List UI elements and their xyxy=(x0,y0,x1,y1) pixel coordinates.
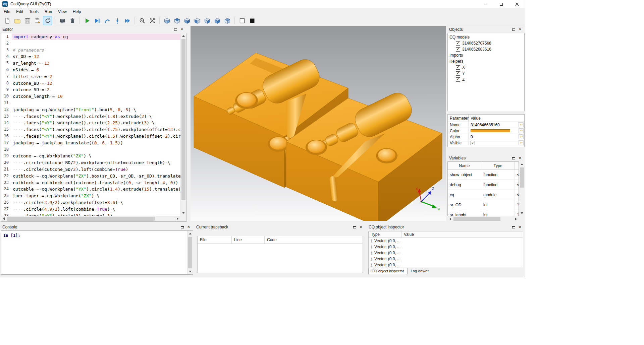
editor-line[interactable]: 16····.faces("<Y").workplane().circle(1.… xyxy=(1,133,180,140)
editor-line[interactable]: 12jackplug·=·cq.Workplane("front").box(5… xyxy=(1,107,180,113)
minimize-button[interactable] xyxy=(478,0,493,8)
revert-button[interactable]: ↶ xyxy=(519,128,524,133)
editor-line[interactable]: 15····.faces("<Y").workplane().circle(1.… xyxy=(1,126,180,133)
variables-vertical-scrollbar[interactable] xyxy=(519,161,525,216)
checkbox[interactable]: ✓ xyxy=(456,65,460,70)
menu-view[interactable]: View xyxy=(55,8,70,15)
property-row[interactable]: Alpha0↶ xyxy=(448,134,524,140)
color-swatch[interactable] xyxy=(471,129,510,132)
scrollbar-thumb[interactable] xyxy=(188,237,192,268)
editor-line[interactable]: 7fillet_size·=·2 xyxy=(1,73,180,80)
menu-tools[interactable]: Tools xyxy=(26,8,42,15)
inspector-row[interactable]: ❯Vector: (0.0, ... xyxy=(369,238,523,244)
editor-vertical-scrollbar[interactable] xyxy=(180,33,186,216)
console-input-area[interactable]: In [1]: xyxy=(1,230,193,275)
inspector-float-button[interactable] xyxy=(511,225,517,230)
inspector-row[interactable]: ❯Vector: (0.0, ... xyxy=(369,262,523,268)
inspector-row[interactable]: ❯Vector: (0.0, ... xyxy=(369,250,523,256)
editor-horizontal-scrollbar[interactable] xyxy=(1,216,180,221)
property-row[interactable]: Visible✓↶ xyxy=(448,140,524,146)
editor-line[interactable]: 22cutblock·=·cq.Workplane("ZX").box(sr_O… xyxy=(1,173,180,180)
console-float-button[interactable] xyxy=(179,225,185,230)
close-button[interactable] xyxy=(509,0,525,8)
view-right-icon[interactable] xyxy=(203,16,212,25)
inspector-row[interactable]: ❯Vector: (0.0, ... xyxy=(369,256,523,262)
objects-tree[interactable]: CQ models✓3140652707568✓3140652683616Imp… xyxy=(447,33,525,111)
expand-chevron-icon[interactable]: ❯ xyxy=(370,245,374,249)
checkbox[interactable]: ✓ xyxy=(471,141,475,145)
expand-chevron-icon[interactable]: ❯ xyxy=(370,263,374,267)
variables-float-button[interactable] xyxy=(511,156,517,161)
autoreload-toggle-icon[interactable] xyxy=(43,16,52,25)
editor-line[interactable]: 19cutcone·=·cq.Workplane("ZX")·\ xyxy=(1,153,180,159)
viewport-panel[interactable]: X Z Y xyxy=(191,26,446,221)
tree-group-cq-models[interactable]: CQ models xyxy=(448,34,524,40)
variable-row[interactable]: cqmodule<m xyxy=(448,190,519,200)
clear-model-icon[interactable] xyxy=(68,16,77,25)
console-close-button[interactable]: ✕ xyxy=(186,225,192,230)
fit-view-icon[interactable] xyxy=(148,16,157,25)
traceback-float-button[interactable] xyxy=(352,225,358,230)
tree-item[interactable]: ✓3140652707568 xyxy=(448,40,524,46)
editor-line[interactable]: 24cutcable·=·cq.Workplane("YX").circle(1… xyxy=(1,186,180,193)
variables-close-button[interactable]: ✕ xyxy=(517,156,523,161)
editor-line[interactable]: 17jackplug·=·jackplug.translate((0,·6,·1… xyxy=(1,140,180,146)
traceback-table[interactable]: FileLineCode xyxy=(197,236,363,273)
grab-view-icon[interactable] xyxy=(58,16,67,25)
variable-row[interactable]: sr_ODint12 xyxy=(448,200,519,210)
editor-line[interactable]: 27····.circle(4.9/2).loft(combine=True)·… xyxy=(1,206,180,213)
scrollbar-thumb[interactable] xyxy=(7,217,155,221)
tab-cq-object-inspector[interactable]: CQ object inspector xyxy=(368,268,408,274)
editor-line[interactable]: 6nSides·=·6 xyxy=(1,67,180,73)
checkbox[interactable]: ✓ xyxy=(456,71,460,76)
revert-button[interactable]: ↶ xyxy=(519,140,524,145)
editor-line[interactable]: 14····.faces("<Y").workplane().circle(2.… xyxy=(1,120,180,126)
inspector-row[interactable]: ❯Vector: (0.0, ... xyxy=(369,244,523,250)
menu-help[interactable]: Help xyxy=(70,8,84,15)
console-vertical-scrollbar[interactable] xyxy=(187,231,193,274)
editor-line[interactable]: 11 xyxy=(1,100,180,107)
expand-chevron-icon[interactable]: ❯ xyxy=(370,251,374,255)
objects-float-button[interactable] xyxy=(511,27,517,32)
editor-line[interactable]: 26····.circle(3.9/2).workplane(offset=8.… xyxy=(1,199,180,206)
menu-edit[interactable]: Edit xyxy=(13,8,26,15)
tree-item[interactable]: ✓Z xyxy=(448,76,524,82)
editor-line[interactable]: 5sr_lenght·=·13 xyxy=(1,60,180,67)
editor-float-button[interactable] xyxy=(173,27,178,32)
variables-horizontal-scrollbar[interactable] xyxy=(447,216,519,222)
view-top-icon[interactable] xyxy=(172,16,181,25)
property-row[interactable]: Color↶ xyxy=(448,128,524,134)
revert-button[interactable]: ↶ xyxy=(519,134,524,139)
zoom-icon[interactable] xyxy=(138,16,147,25)
maximize-button[interactable] xyxy=(493,0,509,8)
editor-line[interactable]: 4sr_OD·=·12 xyxy=(1,53,180,60)
variable-row[interactable]: sr_lenghtint13 xyxy=(448,210,519,216)
scrollbar-thumb[interactable] xyxy=(520,167,524,188)
variables-table[interactable]: NameTypeValue show_objectfunction<fdebug… xyxy=(447,161,519,216)
menu-file[interactable]: File xyxy=(1,8,13,15)
scrollbar-thumb[interactable] xyxy=(181,39,185,200)
inspector-table[interactable]: Type Value ❯Vector: (0.0, ...❯Vector: (0… xyxy=(368,231,523,268)
objects-close-button[interactable]: ✕ xyxy=(517,27,523,32)
editor-close-button[interactable]: ✕ xyxy=(179,27,185,32)
render-run-icon[interactable] xyxy=(83,16,92,25)
inspector-close-button[interactable]: ✕ xyxy=(517,225,523,230)
tree-group-helpers[interactable]: Helpers xyxy=(448,58,524,64)
checkbox[interactable]: ✓ xyxy=(456,47,460,52)
editor-line[interactable]: 8cutcone_BD·=·12 xyxy=(1,80,180,87)
expand-chevron-icon[interactable]: ❯ xyxy=(370,257,374,261)
editor-line[interactable]: 21····.circle(cutcone_SD/2).loft(combine… xyxy=(1,166,180,173)
view-front-icon[interactable] xyxy=(213,16,222,25)
tree-item[interactable]: ✓3140652683616 xyxy=(448,46,524,52)
editor-line[interactable]: 20····.circle(cutcone_BD/2).workplane(of… xyxy=(1,159,180,166)
viewport-3d[interactable]: X Z Y xyxy=(191,26,446,221)
scrollbar-thumb[interactable] xyxy=(453,217,500,221)
step-over-icon[interactable] xyxy=(103,16,112,25)
editor-line[interactable]: 1import·cadquery·as·cq xyxy=(1,33,180,40)
tab-log-viewer[interactable]: Log viewer xyxy=(408,268,432,274)
editor-line[interactable]: 2 xyxy=(1,40,180,47)
save-icon[interactable] xyxy=(23,16,32,25)
editor-line[interactable]: 3# parameters xyxy=(1,47,180,54)
save-as-icon[interactable] xyxy=(33,16,42,25)
checkbox[interactable]: ✓ xyxy=(456,77,460,82)
